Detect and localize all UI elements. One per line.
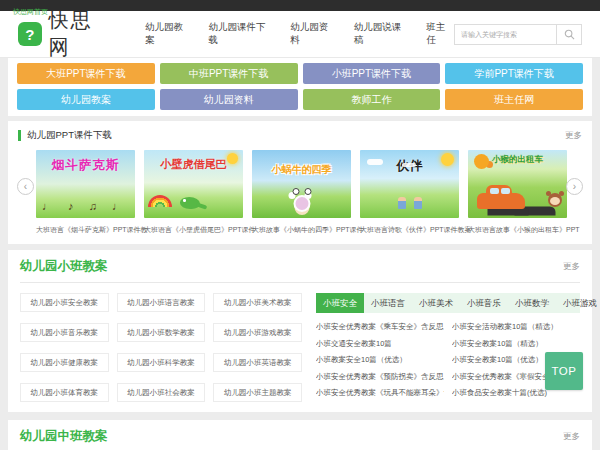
carousel-slide[interactable]: 伙伴大班语言诗歌《伙伴》PPT课件教案 — [360, 150, 459, 236]
category-button[interactable]: 幼儿园小班美术教案 — [213, 293, 302, 312]
slide-image-title: 烟斗萨克斯 — [36, 157, 135, 174]
zhongban-section: 幼儿园中班教案 更多 幼儿园中班安全教案幼儿园中班语言教案幼儿园中班美术教案 中… — [8, 420, 592, 450]
saxophone-icons — [36, 200, 135, 212]
search-input[interactable] — [454, 24, 556, 45]
rainbow-icon — [148, 195, 172, 207]
carousel-slide[interactable]: 烟斗萨克斯大班语言《烟斗萨克斯》PPT课件教 — [36, 150, 135, 236]
nav-link[interactable]: 班主任 — [426, 21, 454, 47]
carousel-slide[interactable]: 小蜗牛的四季大班故事《小蜗牛的四季》PPT课件 — [252, 150, 351, 236]
nav-link[interactable]: 幼儿园资料 — [290, 21, 336, 47]
carousel-track: 烟斗萨克斯大班语言《烟斗萨克斯》PPT课件教小壁虎借尾巴大班语言《小壁虎借尾巴》… — [36, 150, 564, 236]
category-button[interactable]: 幼儿园小班语言教案 — [117, 293, 206, 312]
slide-thumbnail: 烟斗萨克斯 — [36, 150, 135, 218]
xiaoban-tabs: 小班安全小班语言小班美术小班音乐小班数学小班游戏小班其他 — [316, 293, 580, 313]
back-to-top-button[interactable]: TOP — [545, 352, 583, 390]
green-bar-icon — [18, 130, 21, 141]
slide-caption-link[interactable]: 大班语言《烟斗萨克斯》PPT课件教 — [36, 226, 148, 233]
category-button[interactable]: 幼儿园小班社会教案 — [117, 383, 206, 402]
site-name: 快思网 — [49, 7, 114, 61]
lesson-link[interactable]: 小班教案安全10篇（优选） — [316, 352, 444, 369]
carousel-slide[interactable]: 小壁虎借尾巴大班语言《小壁虎借尾巴》PPT课件 — [144, 150, 243, 236]
search-box — [454, 24, 582, 45]
category-button[interactable]: 幼儿园小班安全教案 — [20, 293, 109, 312]
xiaoban-title: 幼儿园小班教案 — [20, 258, 108, 275]
xiaoban-section: 幼儿园小班教案 更多 幼儿园小班安全教案幼儿园小班语言教案幼儿园小班美术教案幼儿… — [8, 250, 592, 412]
carousel-next-icon[interactable]: › — [566, 178, 583, 195]
carousel-slide[interactable]: 小猴的出租车大班语言故事《小猴的出租车》PPT — [468, 150, 567, 236]
slide-thumbnail: 小壁虎借尾巴 — [144, 150, 243, 218]
quick-link[interactable]: 班主任网 — [445, 89, 583, 110]
slide-caption-link[interactable]: 大班故事《小蜗牛的四季》PPT课件 — [252, 226, 364, 233]
tree-icon — [474, 154, 489, 169]
ppt-section-title: 幼儿园PPT课件下载 — [27, 129, 112, 142]
slide-caption-link[interactable]: 大班语言《小壁虎借尾巴》PPT课件 — [144, 226, 256, 233]
tab-item[interactable]: 小班美术 — [412, 293, 460, 313]
quick-link[interactable]: 教师工作 — [303, 89, 441, 110]
xiaoban-more-link[interactable]: 更多 — [563, 261, 580, 273]
lesson-link[interactable]: 小班安全教案10篇（精选） — [452, 336, 580, 353]
monkey-icon — [548, 193, 562, 207]
category-button[interactable]: 幼儿园小班音乐教案 — [20, 323, 109, 342]
site-logo[interactable]: ? 快思网 — [18, 7, 113, 61]
category-button[interactable]: 幼儿园小班英语教案 — [213, 353, 302, 372]
sun-icon — [227, 153, 238, 164]
car-icon — [477, 193, 525, 209]
lesson-link[interactable]: 小班安全优秀教案《乘车安全》含反思 — [316, 319, 444, 336]
cloud-icon — [367, 159, 383, 165]
category-button[interactable]: 幼儿园小班数学教案 — [117, 323, 206, 342]
slide-image-title: 小蜗牛的四季 — [252, 163, 351, 177]
main-nav: 幼儿园教案幼儿园课件下载幼儿园资料幼儿园说课稿班主任 — [145, 21, 454, 47]
carousel-prev-icon[interactable]: ‹ — [17, 178, 34, 195]
nav-link[interactable]: 幼儿园教案 — [145, 21, 191, 47]
quick-link[interactable]: 中班PPT课件下载 — [160, 63, 298, 84]
slide-caption-link[interactable]: 大班语言诗歌《伙伴》PPT课件教案 — [360, 226, 472, 233]
category-button[interactable]: 幼儿园小班健康教案 — [20, 353, 109, 372]
sun-icon — [441, 153, 454, 166]
ppt-section: 幼儿园PPT课件下载 更多 ‹ 烟斗萨克斯大班语言《烟斗萨克斯》PPT课件教小壁… — [8, 121, 592, 244]
category-button[interactable]: 幼儿园小班游戏教案 — [213, 323, 302, 342]
quick-links: 大班PPT课件下载中班PPT课件下载小班PPT课件下载学前PPT课件下载幼儿园教… — [8, 58, 592, 116]
site-header: ? 快思网 幼儿园教案幼儿园课件下载幼儿园资料幼儿园说课稿班主任 — [0, 11, 600, 58]
snail-icon — [293, 195, 310, 212]
lesson-link[interactable]: 小班安全优秀教案《预防拐卖》含反思 — [316, 369, 444, 386]
slide-thumbnail: 小猴的出租车 — [468, 150, 567, 218]
quick-link[interactable]: 幼儿园教案 — [17, 89, 155, 110]
quick-link[interactable]: 小班PPT课件下载 — [303, 63, 441, 84]
zhongban-more-link[interactable]: 更多 — [563, 431, 580, 443]
category-button[interactable]: 幼儿园小班体育教案 — [20, 383, 109, 402]
ppt-section-header: 幼儿园PPT课件下载 更多 — [8, 127, 592, 146]
slide-caption-link[interactable]: 大班语言故事《小猴的出租车》PPT — [468, 226, 580, 233]
tab-item[interactable]: 小班数学 — [508, 293, 556, 313]
tab-item[interactable]: 小班游戏 — [556, 293, 600, 313]
slide-thumbnail: 伙伴 — [360, 150, 459, 218]
quick-link[interactable]: 大班PPT课件下载 — [17, 63, 155, 84]
xiaoban-button-grid: 幼儿园小班安全教案幼儿园小班语言教案幼儿园小班美术教案幼儿园小班音乐教案幼儿园小… — [20, 293, 302, 402]
lesson-link[interactable]: 小班安全活动教案10篇（精选） — [452, 319, 580, 336]
nav-link[interactable]: 幼儿园课件下载 — [208, 21, 273, 47]
nav-link[interactable]: 幼儿园说课稿 — [354, 21, 410, 47]
search-button[interactable] — [556, 24, 582, 45]
slide-thumbnail: 小蜗牛的四季 — [252, 150, 351, 218]
lesson-link[interactable]: 小班安全优秀教案《玩具不能塞耳朵》含反 — [316, 385, 444, 402]
divider — [20, 282, 580, 283]
search-icon — [564, 29, 575, 40]
kids-icon — [398, 196, 422, 209]
tab-item[interactable]: 小班语言 — [364, 293, 412, 313]
ppt-carousel: ‹ 烟斗萨克斯大班语言《烟斗萨克斯》PPT课件教小壁虎借尾巴大班语言《小壁虎借尾… — [8, 146, 592, 236]
category-button[interactable]: 幼儿园小班主题教案 — [213, 383, 302, 402]
category-button[interactable]: 幼儿园小班科学教案 — [117, 353, 206, 372]
ppt-more-link[interactable]: 更多 — [565, 130, 582, 142]
zhongban-title: 幼儿园中班教案 — [20, 428, 108, 445]
lesson-link[interactable]: 小班交通安全教案10篇 — [316, 336, 444, 353]
xiaoban-links: 小班安全优秀教案《乘车安全》含反思小班安全活动教案10篇（精选）小班交通安全教案… — [316, 319, 580, 402]
question-mark-logo-icon: ? — [18, 22, 42, 46]
tab-item[interactable]: 小班音乐 — [460, 293, 508, 313]
quick-link[interactable]: 幼儿园资料 — [160, 89, 298, 110]
gecko-icon — [180, 197, 200, 209]
tab-active[interactable]: 小班安全 — [316, 293, 364, 313]
quick-link[interactable]: 学前PPT课件下载 — [445, 63, 583, 84]
